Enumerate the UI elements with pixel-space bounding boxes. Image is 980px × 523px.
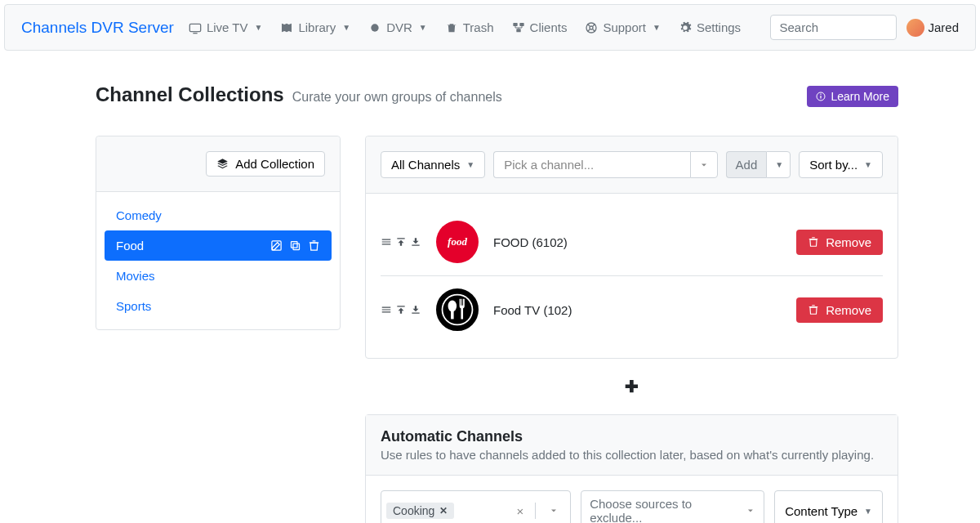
collection-label: Comedy (116, 208, 162, 222)
clients-icon (512, 21, 525, 34)
search-input[interactable] (770, 15, 897, 40)
record-icon (368, 21, 381, 34)
move-bottom-icon[interactable] (410, 304, 421, 315)
remove-channel-button[interactable]: Remove (796, 297, 883, 323)
drag-handle-icon[interactable] (381, 304, 392, 315)
nav-label: DVR (386, 20, 412, 34)
user-name[interactable]: Jared (928, 20, 959, 34)
svg-rect-4 (519, 23, 523, 26)
chevron-down-icon: ▼ (419, 23, 427, 32)
nav-items: Live TV ▼ Library ▼ DVR ▼ Trash (189, 20, 771, 34)
add-row-button[interactable]: ✚ (625, 378, 639, 396)
collection-label: Sports (116, 299, 151, 313)
add-collection-button[interactable]: Add Collection (206, 151, 325, 177)
move-bottom-icon[interactable] (410, 236, 421, 248)
channel-picker-input[interactable] (493, 151, 689, 178)
book-icon (280, 21, 293, 34)
brand-link[interactable]: Channels DVR Server (21, 19, 174, 37)
svg-line-12 (588, 24, 590, 26)
add-channel-button[interactable]: Add (726, 151, 767, 178)
nav-label: Support (603, 20, 646, 34)
tag-remove-icon[interactable]: ✕ (439, 505, 448, 516)
tag-dropdown-caret[interactable] (542, 506, 565, 516)
automatic-channels-card: Automatic Channels Use rules to have cha… (365, 414, 898, 523)
remove-label: Remove (826, 235, 871, 249)
page-content: Channel Collections Curate your own grou… (0, 55, 980, 523)
move-top-icon[interactable] (395, 236, 407, 248)
channel-name: FOOD (6102) (493, 235, 782, 249)
edit-icon[interactable] (270, 239, 283, 252)
nav-label: Library (298, 20, 336, 34)
svg-line-13 (593, 29, 595, 32)
trash-icon (445, 21, 458, 34)
add-channel-caret[interactable]: ▼ (766, 151, 791, 178)
support-icon (585, 21, 598, 34)
svg-point-2 (372, 24, 379, 31)
tv-icon (189, 21, 202, 34)
svg-point-23 (443, 295, 471, 324)
delete-icon[interactable] (308, 239, 320, 252)
page-header: Channel Collections Curate your own grou… (96, 83, 898, 107)
add-collection-label: Add Collection (235, 157, 314, 171)
rules-tag-input[interactable]: Cooking ✕ × (381, 490, 571, 523)
nav-support[interactable]: Support ▼ (585, 20, 660, 34)
exclude-sources-select[interactable]: Choose sources to exclude... (581, 490, 764, 523)
chevron-down-icon: ▼ (255, 23, 263, 32)
nav-label: Trash (463, 20, 494, 34)
drag-handle-icon[interactable] (381, 236, 392, 248)
filter-label: All Channels (391, 158, 460, 172)
remove-channel-button[interactable]: Remove (796, 230, 883, 255)
nav-library[interactable]: Library ▼ (280, 20, 350, 34)
svg-rect-20 (293, 244, 300, 250)
svg-line-14 (588, 29, 590, 32)
clear-tags-icon[interactable]: × (511, 504, 528, 518)
svg-point-24 (448, 301, 457, 312)
nav-trash[interactable]: Trash (445, 20, 494, 34)
channel-picker-caret[interactable] (690, 151, 718, 178)
chevron-down-icon: ▼ (775, 160, 783, 169)
collection-item-sports[interactable]: Sports (105, 291, 332, 321)
content-type-button[interactable]: Content Type ▼ (774, 490, 883, 523)
svg-point-11 (590, 26, 593, 29)
collection-list: Comedy Food Movies Sports (96, 192, 340, 329)
filter-channels-button[interactable]: All Channels ▼ (381, 151, 485, 178)
collection-item-movies[interactable]: Movies (105, 261, 332, 291)
trash-icon (808, 304, 819, 315)
nav-clients[interactable]: Clients (512, 20, 568, 34)
channel-row: food FOOD (6102) Remove (381, 208, 883, 276)
nav-settings[interactable]: Settings (679, 20, 741, 34)
move-top-icon[interactable] (395, 304, 407, 315)
collection-item-food[interactable]: Food (105, 230, 332, 261)
page-subtitle: Curate your own groups of channels (292, 90, 502, 105)
collections-sidebar: Add Collection Comedy Food (96, 136, 341, 523)
layers-plus-icon (216, 158, 229, 170)
trash-icon (808, 236, 819, 248)
chevron-down-icon: ▼ (864, 160, 872, 169)
sort-label: Sort by... (809, 158, 858, 172)
channel-row: Food TV (102) Remove (381, 276, 883, 343)
channel-logo (436, 288, 479, 331)
automatic-title: Automatic Channels (381, 428, 883, 445)
nav-live-tv[interactable]: Live TV ▼ (189, 20, 263, 34)
collection-item-comedy[interactable]: Comedy (105, 200, 332, 230)
svg-rect-19 (272, 241, 281, 250)
remove-label: Remove (826, 303, 871, 317)
svg-rect-5 (516, 29, 520, 32)
copy-icon[interactable] (289, 239, 301, 252)
nav-label: Live TV (207, 20, 248, 34)
svg-point-18 (821, 94, 822, 96)
tag-chip: Cooking ✕ (386, 503, 454, 519)
chevron-down-icon: ▼ (653, 23, 661, 32)
learn-more-label: Learn More (831, 90, 889, 103)
gear-icon (679, 21, 692, 34)
user-avatar[interactable] (906, 19, 924, 37)
sort-by-button[interactable]: Sort by... ▼ (799, 151, 883, 178)
nav-dvr[interactable]: DVR ▼ (368, 20, 427, 34)
svg-rect-25 (451, 311, 454, 320)
page-title: Channel Collections (96, 83, 284, 106)
learn-more-button[interactable]: Learn More (807, 86, 898, 107)
chevron-down-icon: ▼ (466, 160, 474, 169)
info-icon (816, 92, 826, 101)
svg-rect-0 (189, 24, 200, 31)
collection-label: Food (116, 239, 144, 253)
